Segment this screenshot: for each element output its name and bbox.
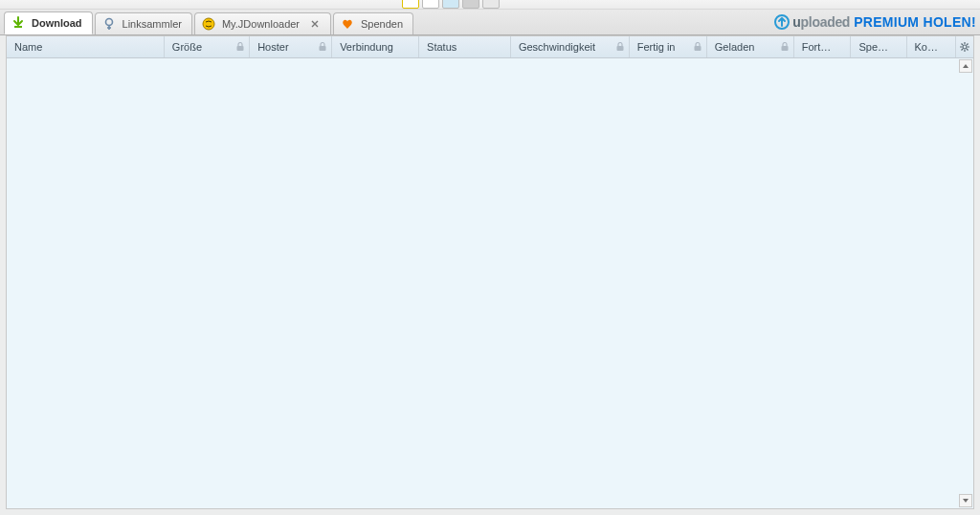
column-header-fertig[interactable]: Fertig in [630,36,707,57]
lock-icon [235,42,245,52]
svg-rect-8 [781,46,788,51]
toolbar-fragment-button[interactable] [422,0,439,9]
scroll-up-button[interactable] [959,59,972,73]
svg-point-9 [963,45,967,49]
column-header-geschwindigkeit[interactable]: Geschwindigkeit [511,36,630,57]
tab-linksammler[interactable]: Linksammler [95,12,192,34]
tab-download[interactable]: Download [4,11,93,34]
svg-point-2 [203,18,214,30]
column-header-status[interactable]: Status [419,36,511,57]
column-header-geladen[interactable]: Geladen [707,36,794,57]
column-header-fort[interactable]: Fort… [794,36,852,57]
tab-label: Spenden [361,18,403,30]
scroll-down-button[interactable] [959,494,972,507]
column-header-verbindung[interactable]: Verbindung [332,36,419,57]
myjd-icon [201,16,216,32]
lock-icon [780,42,790,52]
promo-banner[interactable]: uploaded PREMIUM HOLEN! [773,11,976,33]
toolbar-fragment-button[interactable] [462,0,479,9]
svg-rect-0 [14,26,22,28]
column-settings-button[interactable] [955,36,973,57]
svg-line-16 [967,44,969,46]
svg-line-17 [962,49,964,51]
column-header-hoster[interactable]: Hoster [250,36,332,57]
tab-myjd[interactable]: My.JDownloader [194,12,331,34]
svg-line-15 [967,49,969,51]
tab-label: My.JDownloader [222,18,300,30]
column-header-ko[interactable]: Ko… [907,36,956,57]
lock-icon [693,42,702,52]
download-icon [11,15,26,31]
toolbar-fragment-button[interactable] [402,0,419,9]
toolbar-fragment-button[interactable] [442,0,459,9]
promo-brand: uploaded [792,14,850,30]
lock-icon [615,42,625,52]
svg-rect-5 [320,46,326,51]
tab-label: Download [32,17,82,29]
toolbar-fragment-button[interactable] [482,0,500,9]
uploaded-logo-icon [773,13,791,31]
heart-icon [340,16,355,32]
svg-rect-4 [237,46,244,51]
column-header-groesse[interactable]: Größe [165,36,250,57]
column-header-name[interactable]: Name [7,36,165,57]
svg-rect-6 [616,46,623,51]
gear-icon [960,42,969,52]
svg-line-14 [962,44,964,46]
column-header-row: Name Größe Hoster Verbindung Status Gesc… [7,36,973,58]
truncated-toolbar [0,0,980,10]
svg-point-1 [105,19,112,26]
download-list-body[interactable] [7,58,973,508]
svg-rect-7 [694,46,701,51]
column-header-spe[interactable]: Spe… [851,36,906,57]
close-icon[interactable] [309,18,321,30]
tab-label: Linksammler [122,18,182,30]
tab-bar: Download Linksammler My.JDownloader [0,10,980,35]
collector-icon [101,16,117,32]
promo-cta: PREMIUM HOLEN! [854,14,976,30]
lock-icon [318,42,327,52]
tab-spenden[interactable]: Spenden [333,12,413,34]
download-panel: Name Größe Hoster Verbindung Status Gesc… [6,35,974,509]
